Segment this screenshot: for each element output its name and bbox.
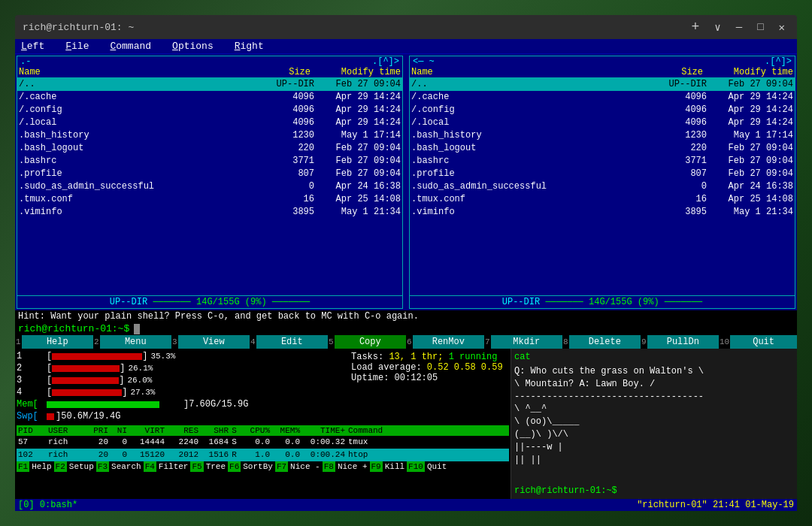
menu-left[interactable]: Left bbox=[18, 41, 47, 52]
file-row[interactable]: /.config 4096 Apr 29 14:24 bbox=[410, 104, 795, 116]
cpu-bar-close: ] bbox=[142, 350, 147, 362]
fkey-9[interactable]: 9 PullDn bbox=[641, 335, 719, 349]
file-row[interactable]: /.cache 4096 Apr 29 14:24 bbox=[410, 91, 795, 104]
cpu-bar-open: [ bbox=[47, 386, 52, 398]
process-row[interactable]: 57 rich 20 0 14444 2240 1684 S 0.0 0.0 0… bbox=[17, 436, 509, 449]
htop-fkey-F2[interactable]: F2 Setup bbox=[54, 461, 96, 472]
file-row[interactable]: .bash_history 1230 May 1 17:14 bbox=[410, 129, 795, 142]
new-tab-button[interactable]: + bbox=[687, 18, 704, 36]
proc-pid: 57 bbox=[18, 437, 48, 448]
uptime-label: Uptime: bbox=[351, 373, 395, 383]
proc-s: R bbox=[229, 449, 240, 461]
swp-bar bbox=[47, 413, 54, 420]
cpu-row-3: 3 [ ] 26.0% bbox=[17, 374, 344, 386]
cpu-pct: 26.1% bbox=[128, 362, 153, 374]
tasks-count: 13, 1 thr; bbox=[389, 352, 443, 362]
file-row[interactable]: .tmux.conf 16 Apr 25 14:08 bbox=[17, 193, 402, 206]
file-name: /.cache bbox=[19, 91, 269, 104]
file-size: 3895 bbox=[662, 206, 707, 219]
file-row[interactable]: .sudo_as_admin_successful 0 Apr 24 16:38 bbox=[410, 180, 795, 193]
maximize-button[interactable]: □ bbox=[753, 20, 768, 35]
fkey-6[interactable]: 6 RenMov bbox=[406, 335, 484, 349]
mem-bar-blue bbox=[159, 401, 182, 408]
file-row[interactable]: /.config 4096 Apr 29 14:24 bbox=[17, 104, 402, 116]
minimize-button[interactable]: — bbox=[732, 20, 747, 35]
proc-time: 0:00.24 bbox=[300, 449, 345, 461]
htop-fkey-F4[interactable]: F4 Filter bbox=[144, 461, 191, 472]
file-row[interactable]: .profile 807 Feb 27 09:04 bbox=[17, 168, 402, 180]
file-name: .profile bbox=[19, 168, 269, 180]
file-size: 1230 bbox=[662, 129, 707, 142]
fkey-1[interactable]: 1 Help bbox=[15, 335, 93, 349]
menu-right[interactable]: Right bbox=[232, 41, 267, 52]
file-name: .bash_logout bbox=[19, 142, 269, 155]
htop-fkey-F7[interactable]: F7 Nice - bbox=[275, 461, 323, 472]
file-date: Apr 29 14:24 bbox=[314, 104, 401, 116]
fkey-5[interactable]: 5 Copy bbox=[328, 335, 406, 349]
htop-fkey-F9[interactable]: F9 Kill bbox=[370, 461, 408, 472]
menu-file[interactable]: File bbox=[62, 41, 92, 52]
htop-fkey-F8[interactable]: F8 Nice + bbox=[323, 461, 370, 472]
left-panel: .- .[^]> Name Size Modify time /.. UP--D… bbox=[17, 56, 403, 309]
file-row[interactable]: .bashrc 3771 Feb 27 09:04 bbox=[17, 155, 402, 168]
htop-fkey-F6[interactable]: F6 SortBy bbox=[228, 461, 275, 472]
htop-panel: 1 [ ] 35.3% 2 [ ] 26.1% 3 [ ] 26.0% 4 [ … bbox=[15, 349, 511, 499]
htop-fkey-F1[interactable]: F1 Help bbox=[17, 461, 54, 472]
close-button[interactable]: ✕ bbox=[774, 20, 789, 35]
right-col-date-header: Modify time bbox=[703, 67, 793, 77]
file-row[interactable]: .viminfo 3895 May 1 21:34 bbox=[17, 206, 402, 219]
file-row[interactable]: .bash_history 1230 May 1 17:14 bbox=[17, 129, 402, 142]
htop-info-section: Tasks: 13, 1 thr; 1 running Load average… bbox=[344, 350, 509, 422]
file-row[interactable]: .profile 807 Feb 27 09:04 bbox=[410, 168, 795, 180]
htop-upper: 1 [ ] 35.3% 2 [ ] 26.1% 3 [ ] 26.0% 4 [ … bbox=[17, 350, 509, 422]
htop-fkey-F3[interactable]: F3 Search bbox=[96, 461, 144, 472]
header-pid: PID bbox=[18, 426, 48, 435]
file-row[interactable]: .tmux.conf 16 Apr 25 14:08 bbox=[410, 193, 795, 206]
cpu-pct: 27.3% bbox=[130, 386, 155, 398]
file-row[interactable]: .viminfo 3895 May 1 21:34 bbox=[410, 206, 795, 219]
cpu-bar-close: ] bbox=[119, 374, 124, 386]
process-row[interactable]: 102 rich 20 0 15120 2012 1516 R 1.0 0.0 … bbox=[17, 449, 509, 461]
htop-fkey-label: Nice + bbox=[335, 461, 370, 472]
fkey-3[interactable]: 3 View bbox=[171, 335, 250, 349]
file-row[interactable]: .bash_logout 220 Feb 27 09:04 bbox=[410, 142, 795, 155]
file-name: .tmux.conf bbox=[19, 193, 269, 206]
fkey-4[interactable]: 4 Edit bbox=[250, 335, 328, 349]
right-panel-col-header: Name Size Modify time bbox=[410, 67, 795, 78]
fkey-num: 8 bbox=[562, 336, 569, 348]
load-line: Load average: 0.52 0.58 0.59 bbox=[351, 362, 509, 373]
fkey-num: 1 bbox=[15, 336, 22, 348]
menu-options[interactable]: Options bbox=[169, 41, 217, 52]
file-size: 1230 bbox=[269, 129, 314, 142]
cpu-bar-close: ] bbox=[122, 386, 127, 398]
fkey-2[interactable]: 2 Menu bbox=[93, 335, 171, 349]
uptime-line: Uptime: 00:12:05 bbox=[351, 373, 509, 383]
file-row[interactable]: /.local 4096 Apr 29 14:24 bbox=[17, 116, 402, 129]
file-row[interactable]: /.cache 4096 Apr 29 14:24 bbox=[17, 91, 402, 104]
file-name: /.config bbox=[19, 104, 269, 116]
htop-fkey-F5[interactable]: F5 Tree bbox=[190, 461, 228, 472]
file-row[interactable]: /.. UP--DIR Feb 27 09:04 bbox=[17, 78, 402, 91]
fkey-label: Quit bbox=[730, 335, 797, 349]
status-left: [0] 0:bash* bbox=[18, 500, 77, 510]
cpu-pct: 26.0% bbox=[127, 374, 152, 386]
cpu-pct: 35.3% bbox=[150, 350, 175, 362]
tasks-line: Tasks: 13, 1 thr; 1 running bbox=[351, 352, 509, 362]
dropdown-button[interactable]: ∨ bbox=[710, 20, 725, 35]
file-name: /.config bbox=[411, 104, 662, 116]
col-name-header: Name bbox=[19, 67, 265, 77]
htop-fkey-num: F5 bbox=[190, 461, 203, 472]
file-row[interactable]: /.. UP--DIR Feb 27 09:04 bbox=[410, 78, 795, 91]
fkey-10[interactable]: 10 Quit bbox=[719, 335, 797, 349]
file-row[interactable]: .sudo_as_admin_successful 0 Apr 24 16:38 bbox=[17, 180, 402, 193]
file-date: Apr 29 14:24 bbox=[707, 116, 793, 129]
fkey-8[interactable]: 8 Delete bbox=[562, 335, 641, 349]
file-row[interactable]: /.local 4096 Apr 29 14:24 bbox=[410, 116, 795, 129]
file-row[interactable]: .bashrc 3771 Feb 27 09:04 bbox=[410, 155, 795, 168]
menu-command[interactable]: Command bbox=[107, 41, 154, 52]
htop-fkey-F10[interactable]: F10 Quit bbox=[407, 461, 449, 472]
right-disk-info: ——————— 14G/155G (9%) ——————— bbox=[545, 297, 702, 307]
proc-shr: 1516 bbox=[198, 449, 229, 461]
fkey-7[interactable]: 7 Mkdir bbox=[484, 335, 562, 349]
file-row[interactable]: .bash_logout 220 Feb 27 09:04 bbox=[17, 142, 402, 155]
